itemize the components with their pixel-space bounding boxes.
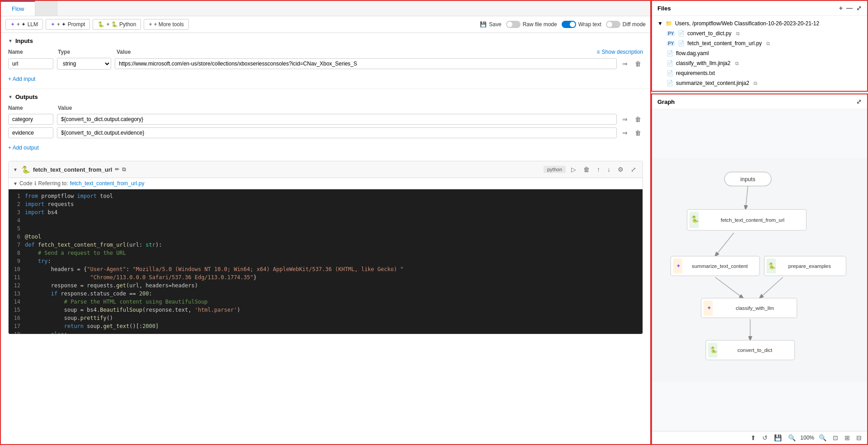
output-name-category[interactable] [8,114,53,125]
outputs-chevron: ▼ [8,94,13,99]
add-input-label: + Add input [8,76,35,82]
python-node-icon: 🐍 [21,165,30,174]
file-icon-fetch: 📄 [678,40,685,47]
expand-graph-icon[interactable]: ⤢ [856,98,862,105]
maximize-file-icon[interactable]: ⤢ [856,5,862,12]
python-button[interactable]: 🐍 + 🐍 Python [93,19,141,30]
add-input-button[interactable]: + Add input [8,74,35,84]
wrap-text-toggle-group: Wrap text [562,21,601,28]
save-graph-icon[interactable]: 💾 [772,433,784,442]
right-panels: Files + — ⤢ ▼ 📁 Users, /promptflow/Web C… [651,0,868,445]
code-subheader-chevron[interactable]: ▼ [13,181,18,186]
file-item-fetch[interactable]: PY 📄 fetch_text_content_from_url.py ⧉ [652,38,867,48]
graph-content: inputs 🐍 fetch_text_content_from_url ✦ s… [652,109,867,431]
file-tree: ▼ 📁 Users, /promptflow/Web Classificatio… [652,16,867,91]
tree-expand-icon: ▼ [657,20,663,27]
output-value-evidence[interactable] [57,127,617,138]
referring-link[interactable]: fetch_text_content_from_url.py [70,180,145,187]
input-name-field[interactable] [8,58,53,69]
input-arrow-button[interactable]: ⇒ [620,58,629,69]
zoom-in-icon[interactable]: 🔍 [817,433,828,442]
code-node-chevron[interactable]: ▼ [13,167,18,172]
delete-node-button[interactable]: 🗑 [582,164,591,175]
tab-empty[interactable] [35,1,57,16]
run-node-button[interactable]: ▷ [569,164,578,175]
file-icon-req: 📄 [666,70,673,76]
file-item-classify[interactable]: 📄 classify_with_llm.jinja2 ⧉ [652,58,867,68]
code-line-14: 14 # Parse the HTML content using Beauti… [9,299,643,307]
prompt-button[interactable]: ✦ + ✦ Prompt [46,19,90,30]
output-category-delete[interactable]: 🗑 [633,114,643,125]
file-item-requirements[interactable]: 📄 requirements.txt [652,68,867,78]
copy-file-icon-convert[interactable]: ⧉ [736,31,740,37]
toolbar: ✦ + ✦ LLM ✦ + ✦ Prompt 🐍 + 🐍 Python + + … [1,16,650,33]
edit-icon[interactable]: ✏ [115,166,119,173]
file-name-fetch: fetch_text_content_from_url.py [687,40,762,47]
add-file-icon[interactable]: + [839,5,843,12]
graph-panel-title: Graph [657,98,675,105]
file-name-classify: classify_with_llm.jinja2 [676,60,731,66]
output-evidence-delete[interactable]: 🗑 [633,127,643,138]
code-line-12: 12 response = requests.get(url, headers=… [9,282,643,290]
llm-button[interactable]: ✦ + ✦ LLM [5,19,43,30]
folder-icon: 📁 [666,20,672,27]
diff-mode-toggle[interactable] [606,21,620,28]
code-editor[interactable]: 1from promptflow import tool2import requ… [9,189,643,334]
code-line-6: 6@tool [9,234,643,242]
refresh-graph-icon[interactable]: ↺ [760,433,769,442]
show-description-button[interactable]: ≡ Show description [597,49,643,55]
expand-node-button[interactable]: ⤢ [629,164,638,175]
save-button[interactable]: 💾 Save [480,21,501,28]
copy-file-icon-fetch[interactable]: ⧉ [766,41,770,47]
code-line-15: 15 soup = bs4.BeautifulSoup(response.tex… [9,307,643,315]
output-evidence-arrow[interactable]: ⇒ [620,127,629,138]
code-line-3: 3import bs4 [9,209,643,217]
toolbar-right: 💾 Save Raw file mode Wrap text Diff mode [480,21,646,28]
move-up-button[interactable]: ↑ [595,164,602,175]
output-name-evidence[interactable] [8,127,53,138]
layout-icon[interactable]: ⊞ [843,433,852,442]
inputs-table-header: Name Type Value ≡ Show description [8,49,643,55]
main-scroll: ▼ Inputs Name Type Value ≡ Show descript… [1,33,650,444]
copy-file-icon-summarize[interactable]: ⧉ [754,80,757,86]
export-icon[interactable]: ⬆ [749,433,758,442]
files-panel-header: Files + — ⤢ [652,1,867,16]
move-down-button[interactable]: ↓ [605,164,612,175]
zoom-out-icon[interactable]: 🔍 [786,433,798,442]
inputs-section-header[interactable]: ▼ Inputs [8,37,643,44]
file-icon-convert: 📄 [678,30,685,37]
outputs-table-header: Name Value [8,105,643,111]
copy-icon[interactable]: ⧉ [122,166,126,173]
tab-flow[interactable]: Flow [1,1,35,16]
more-tools-button[interactable]: + + More tools [144,19,188,30]
outputs-section-label: Outputs [15,94,38,100]
file-item-summarize[interactable]: 📄 summarize_text_content.jinja2 ⧉ [652,78,867,88]
more-graph-icon[interactable]: ⊟ [854,433,863,442]
file-tree-root[interactable]: ▼ 📁 Users, /promptflow/Web Classificatio… [652,19,867,28]
file-icon-summarize: 📄 [666,80,673,86]
code-line-16: 16 soup.prettify() [9,315,643,323]
settings-node-button[interactable]: ⚙ [616,164,625,175]
raw-file-mode-label: Raw file mode [523,21,557,28]
inputs-col-name: Name [8,49,53,55]
minimize-file-icon[interactable]: — [846,5,853,12]
left-panel: Flow ✦ + ✦ LLM ✦ + ✦ Prompt 🐍 + 🐍 Python… [0,0,651,445]
input-type-select[interactable]: string [57,58,111,70]
file-name-req: requirements.txt [676,70,715,76]
outputs-section-header[interactable]: ▼ Outputs [8,94,643,100]
output-value-category[interactable] [57,114,617,125]
fit-view-icon[interactable]: ⊡ [831,433,840,442]
raw-file-mode-toggle[interactable] [506,21,521,28]
file-item-dag[interactable]: 📄 flow.dag.yaml [652,48,867,58]
copy-file-icon-classify[interactable]: ⧉ [735,61,739,66]
add-output-button[interactable]: + Add output [8,143,39,153]
code-node-badge: python [544,166,566,173]
output-category-arrow[interactable]: ⇒ [620,114,629,125]
wrap-text-toggle[interactable] [562,21,576,28]
input-value-field[interactable] [115,58,617,69]
diff-mode-label: Diff mode [623,21,646,28]
graph-svg: inputs 🐍 fetch_text_content_from_url ✦ s… [652,109,867,431]
code-node-subheader: ▼ Code ℹ Referring to: fetch_text_conten… [9,178,643,189]
file-item-convert[interactable]: PY 📄 convert_to_dict.py ⧉ [652,28,867,38]
input-delete-button[interactable]: 🗑 [633,58,643,69]
